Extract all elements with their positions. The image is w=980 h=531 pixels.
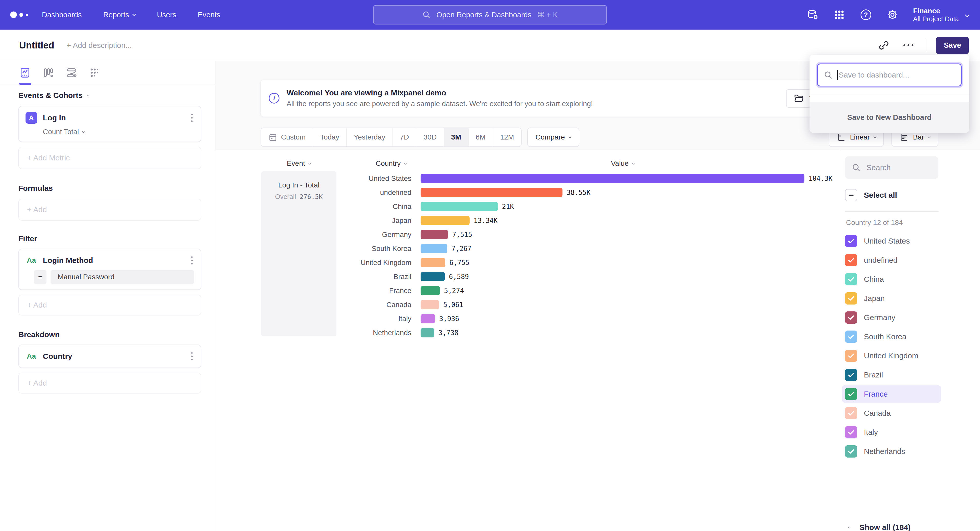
select-all-row[interactable]: Select all	[845, 189, 897, 201]
add-metric-button[interactable]: + Add Metric	[18, 147, 201, 169]
nav-item-events[interactable]: Events	[198, 11, 221, 19]
bar-country-label: undefined	[215, 189, 411, 197]
bar-segment[interactable]	[421, 286, 440, 295]
add-description-field[interactable]: + Add description...	[67, 41, 132, 50]
bar-country-label: United Kingdom	[215, 258, 411, 267]
bar-segment[interactable]	[421, 328, 434, 338]
nav-item-dashboards[interactable]: Dashboards	[42, 11, 82, 19]
bar-segment[interactable]	[421, 272, 445, 281]
help-icon[interactable]: ?	[860, 9, 872, 21]
bar-segment[interactable]	[421, 216, 469, 225]
country-filter-row-brazil[interactable]: Brazil	[841, 365, 948, 384]
tab-funnels[interactable]	[42, 67, 54, 79]
copy-link-button[interactable]	[877, 38, 891, 52]
country-filter-row-canada[interactable]: Canada	[841, 404, 948, 423]
compare-button[interactable]: Compare	[527, 127, 579, 147]
metric-event-name[interactable]: Log In	[43, 114, 66, 122]
range-3m[interactable]: 3M	[444, 128, 469, 146]
range-custom[interactable]: Custom	[261, 128, 313, 146]
country-filter-row-france[interactable]: France	[841, 384, 948, 404]
country-filter-row-united-states[interactable]: United States	[841, 231, 948, 250]
legend-search-input[interactable]: Search	[845, 156, 939, 179]
bar-segment[interactable]	[421, 188, 563, 197]
bar-segment[interactable]	[421, 258, 445, 267]
checkbox-checked[interactable]	[845, 407, 857, 419]
range-7d[interactable]: 7D	[393, 128, 417, 146]
events-cohorts-heading[interactable]: Events & Cohorts	[18, 91, 215, 100]
country-filter-row-undefined[interactable]: undefined	[841, 250, 948, 269]
data-management-icon[interactable]	[807, 9, 819, 21]
add-filter-button[interactable]: + Add	[18, 295, 201, 315]
checkbox-checked[interactable]	[845, 426, 857, 438]
country-filter-row-germany[interactable]: Germany	[841, 308, 948, 327]
country-label: France	[864, 390, 888, 398]
save-button[interactable]: Save	[936, 37, 969, 54]
breakdown-property-name[interactable]: Country	[43, 352, 72, 361]
bar-country-label: Japan	[215, 217, 411, 225]
country-filter-row-italy[interactable]: Italy	[841, 423, 948, 442]
checkbox-checked[interactable]	[845, 235, 857, 247]
add-formula-button[interactable]: + Add	[18, 199, 201, 220]
country-label: South Korea	[864, 332, 907, 341]
country-filter-row-japan[interactable]: Japan	[841, 289, 948, 308]
add-breakdown-button[interactable]: + Add	[18, 372, 201, 393]
checkbox-checked[interactable]	[845, 331, 857, 343]
kebab-menu-icon[interactable]	[189, 255, 194, 266]
chevron-down-icon	[82, 130, 85, 133]
range-yesterday[interactable]: Yesterday	[347, 128, 393, 146]
project-switcher[interactable]: Finance All Project Data	[913, 6, 969, 23]
filter-operator[interactable]: =	[34, 270, 46, 284]
country-label: China	[864, 275, 884, 284]
select-all-checkbox-indeterminate[interactable]	[845, 189, 857, 201]
range-30d[interactable]: 30D	[416, 128, 444, 146]
filter-property-name[interactable]: Login Method	[43, 256, 93, 265]
report-title[interactable]: Untitled	[19, 40, 54, 51]
country-filter-row-china[interactable]: China	[841, 269, 948, 289]
settings-gear-icon[interactable]	[886, 9, 898, 21]
country-column-header[interactable]: Country	[375, 159, 407, 168]
country-filter-row-south-korea[interactable]: South Korea	[841, 327, 948, 346]
checkbox-checked[interactable]	[845, 350, 857, 362]
checkbox-checked[interactable]	[845, 254, 857, 266]
range-6m[interactable]: 6M	[469, 128, 493, 146]
bar-segment[interactable]	[421, 230, 448, 239]
nav-item-reports[interactable]: Reports	[103, 11, 135, 19]
save-dashboard-search-input[interactable]: Save to dashboard...	[817, 63, 962, 86]
tab-retention[interactable]	[89, 67, 100, 79]
checkbox-checked[interactable]	[845, 273, 857, 285]
nav-item-users[interactable]: Users	[157, 11, 177, 19]
global-search-button[interactable]: Open Reports & Dashboards ⌘ + K	[373, 5, 607, 24]
checkbox-checked[interactable]	[845, 369, 857, 381]
country-filter-row-netherlands[interactable]: Netherlands	[841, 442, 948, 461]
bar-segment[interactable]	[421, 202, 498, 211]
breakdown-card[interactable]: Aa Country	[18, 345, 201, 368]
filter-card[interactable]: Aa Login Method = Manual Password	[18, 249, 201, 290]
kebab-menu-icon[interactable]	[189, 112, 194, 124]
bar-segment[interactable]	[421, 300, 439, 309]
range-today[interactable]: Today	[313, 128, 347, 146]
mixpanel-logo-icon[interactable]	[10, 11, 28, 18]
filter-value[interactable]: Manual Password	[51, 270, 194, 284]
bar-segment[interactable]	[421, 174, 804, 183]
more-options-button[interactable]	[901, 38, 915, 52]
aggregation-selector[interactable]: Count Total	[43, 128, 194, 136]
checkbox-checked[interactable]	[845, 311, 857, 323]
checkbox-checked[interactable]	[845, 292, 857, 304]
metric-card[interactable]: A Log In Count Total	[18, 106, 201, 142]
tab-insights[interactable]	[19, 67, 31, 79]
chevron-down-icon	[132, 12, 136, 16]
tab-flows[interactable]	[65, 67, 77, 79]
range-12m[interactable]: 12M	[493, 128, 521, 146]
checkbox-checked[interactable]	[845, 445, 857, 458]
show-all-button[interactable]: Show all (184)	[848, 523, 911, 531]
apps-grid-icon[interactable]	[834, 9, 845, 21]
bar-segment[interactable]	[421, 244, 447, 253]
checkbox-checked[interactable]	[845, 388, 857, 400]
event-column-header[interactable]: Event	[261, 159, 336, 168]
flows-icon	[65, 67, 77, 79]
country-filter-row-united-kingdom[interactable]: United Kingdom	[841, 346, 948, 365]
kebab-menu-icon[interactable]	[189, 351, 194, 362]
save-to-new-dashboard-button[interactable]: Save to New Dashboard	[810, 102, 969, 133]
value-column-header[interactable]: Value	[587, 159, 659, 168]
bar-segment[interactable]	[421, 314, 435, 323]
